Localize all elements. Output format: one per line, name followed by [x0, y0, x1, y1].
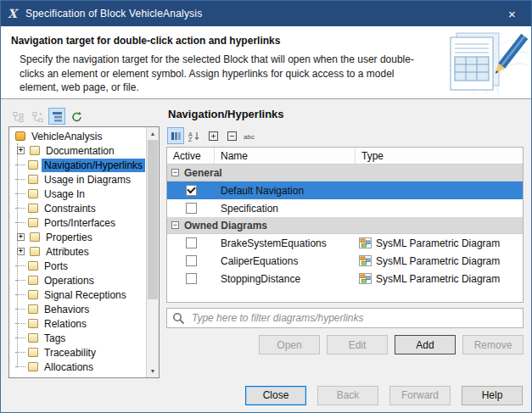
active-cell	[167, 237, 215, 248]
panel-buttons: OpenEditAddRemove	[166, 335, 524, 354]
node-icon	[28, 304, 38, 314]
active-checkbox[interactable]	[186, 273, 197, 284]
tree-item[interactable]: Usage In	[12, 187, 146, 201]
close-window-button[interactable]: ×	[493, 1, 531, 26]
tree-connector	[15, 338, 25, 338]
tree-item[interactable]: Behaviors	[12, 302, 146, 316]
tree-item[interactable]: Constraints	[12, 201, 146, 215]
tree-item[interactable]: Usage in Diagrams	[12, 172, 146, 187]
filter-box[interactable]	[166, 308, 524, 328]
table-row[interactable]: Default Navigation	[167, 181, 523, 199]
tree-item[interactable]: +Documentation	[12, 143, 146, 158]
remove-button[interactable]: Remove	[462, 335, 524, 354]
header-title: Navigation target for double-click actio…	[11, 35, 421, 47]
filter-input[interactable]	[190, 311, 518, 325]
tree-connector	[15, 294, 25, 295]
tree-item-label[interactable]: Relations	[42, 317, 89, 331]
expand-icon[interactable]: +	[17, 248, 25, 255]
table-row[interactable]: StoppingDistanceSysML Parametric Diagram	[167, 270, 523, 287]
scrollbar-thumb[interactable]	[148, 140, 158, 299]
scroll-up-icon[interactable]: ▲	[147, 127, 159, 140]
title-bar[interactable]: X Specification of Block VehicleAnalysis…	[1, 1, 531, 26]
expand-icon[interactable]: +	[17, 147, 25, 154]
grouped-view-icon[interactable]	[48, 108, 65, 125]
column-header[interactable]: Type	[356, 148, 523, 164]
hyperlinks-table: ActiveNameType −GeneralDefault Navigatio…	[166, 147, 524, 303]
collapse-group-icon[interactable]: −	[171, 221, 179, 229]
type-cell: SysML Parametric Diagram	[356, 273, 523, 285]
table-row[interactable]: BrakeSystemEquationsSysML Parametric Dia…	[167, 234, 523, 252]
tree-item[interactable]: VehicleAnalysis	[12, 129, 146, 143]
collapse-tree-icon[interactable]	[9, 108, 26, 125]
group-header-row[interactable]: −Owned Diagrams	[167, 217, 523, 234]
tree-item-label[interactable]: Signal Receptions	[42, 288, 129, 302]
search-icon	[172, 312, 185, 325]
table-row[interactable]: CaliperEquationsSysML Parametric Diagram	[167, 252, 523, 270]
column-header[interactable]: Active	[167, 148, 215, 164]
tree-item[interactable]: Relations	[12, 316, 146, 331]
tree-item[interactable]: Allocations	[12, 360, 146, 374]
node-icon	[28, 290, 38, 299]
tree-item[interactable]: Operations	[12, 273, 146, 287]
tree-item-label[interactable]: Navigation/Hyperlinks	[42, 159, 145, 172]
tree-item-label[interactable]: VehicleAnalysis	[29, 130, 104, 143]
node-icon	[28, 160, 38, 170]
tree-item-label[interactable]: Tags	[42, 332, 68, 345]
tree-item[interactable]: Tags	[12, 331, 146, 345]
active-checkbox[interactable]	[186, 185, 197, 196]
tree-item[interactable]: +Properties	[12, 230, 146, 244]
tree-item-label[interactable]: Allocations	[42, 360, 96, 374]
help-button[interactable]: Help	[462, 386, 523, 405]
expand-icon[interactable]: +	[17, 233, 25, 241]
tree-item-label[interactable]: Traceability	[42, 346, 98, 360]
tree-item-label[interactable]: Usage in Diagrams	[42, 173, 133, 187]
edit-button[interactable]: Edit	[327, 335, 388, 354]
add-button[interactable]: Add	[395, 335, 456, 354]
name-cell: StoppingDistance	[215, 273, 356, 285]
expand-groups-icon[interactable]	[204, 127, 221, 144]
node-icon	[28, 175, 38, 184]
active-checkbox[interactable]	[186, 237, 197, 248]
tree-item-label[interactable]: Behaviors	[42, 303, 92, 316]
tree-item[interactable]: Navigation/Hyperlinks	[12, 158, 146, 172]
tree-item-label[interactable]: Ports	[42, 260, 70, 273]
active-checkbox[interactable]	[186, 255, 197, 266]
tree-item-label[interactable]: Attributes	[43, 245, 92, 259]
parametric-diagram-icon	[359, 273, 372, 284]
collapse-group-icon[interactable]: −	[171, 169, 179, 176]
scrollbar-track[interactable]	[147, 140, 159, 365]
spec-tree[interactable]: VehicleAnalysis+DocumentationNavigation/…	[9, 127, 146, 377]
forward-button[interactable]: Forward	[389, 386, 451, 405]
tree-item-label[interactable]: Documentation	[43, 144, 117, 158]
type-cell: SysML Parametric Diagram	[356, 237, 523, 249]
text-filter-icon[interactable]: abc	[242, 127, 259, 144]
tree-scrollbar[interactable]: ▲ ▼	[146, 127, 159, 377]
show-columns-icon[interactable]	[167, 127, 184, 144]
collapse-groups-icon[interactable]	[223, 127, 240, 144]
back-button[interactable]: Back	[317, 386, 378, 405]
tree-item-label[interactable]: Constraints	[42, 202, 98, 215]
tree-item[interactable]: +Attributes	[12, 244, 146, 259]
table-row[interactable]: Specification	[167, 199, 523, 217]
document-pencil-illustration	[429, 30, 528, 97]
tree-item-label[interactable]: Ports/Interfaces	[42, 216, 118, 230]
scroll-down-icon[interactable]: ▼	[147, 365, 159, 377]
tree-item[interactable]: Ports	[12, 259, 146, 273]
refresh-icon[interactable]	[68, 108, 85, 125]
close-button[interactable]: Close	[245, 386, 306, 405]
sort-alphabetically-icon[interactable]: AZ	[186, 127, 203, 144]
type-label: SysML Parametric Diagram	[376, 255, 500, 267]
tree-item-label[interactable]: Properties	[43, 231, 95, 244]
active-checkbox[interactable]	[186, 203, 197, 214]
open-button[interactable]: Open	[259, 335, 320, 354]
node-icon	[28, 362, 38, 371]
tree-item[interactable]: Signal Receptions	[12, 287, 146, 302]
tree-item[interactable]: Ports/Interfaces	[12, 215, 146, 230]
tree-item-label[interactable]: Operations	[42, 274, 97, 287]
group-header-row[interactable]: −General	[167, 165, 523, 181]
tree-connector	[15, 323, 25, 324]
column-header[interactable]: Name	[215, 148, 356, 164]
tree-item-label[interactable]: Usage In	[42, 187, 87, 201]
tree-item[interactable]: Traceability	[12, 345, 146, 360]
expand-tree-icon[interactable]	[29, 108, 46, 125]
